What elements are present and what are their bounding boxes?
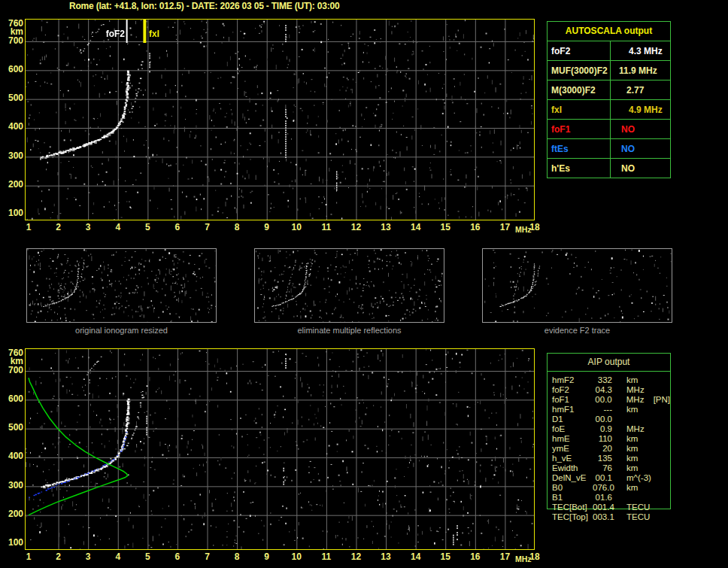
autoscala-row-value: 2.77 xyxy=(611,80,670,99)
aip-row-label: h_vE xyxy=(552,454,593,463)
x-axis-tick: 2 xyxy=(50,222,67,232)
x-axis-tick: 10 xyxy=(288,222,305,232)
aip-row-value: 003.1 xyxy=(593,512,612,522)
x-axis-tick: 16 xyxy=(467,551,484,562)
aip-table-row: hmE110km xyxy=(552,434,670,444)
x-axis-tick: 15 xyxy=(437,551,453,562)
aip-row-label: B0 xyxy=(552,483,593,493)
aip-row-value: 332 xyxy=(593,375,612,385)
aip-row-value: 00.1 xyxy=(593,473,612,483)
aip-row-note: [PN] xyxy=(654,395,670,405)
autoscala-row-value: 4.3 MHz xyxy=(611,41,670,60)
aip-row-label: foE xyxy=(552,424,593,434)
aip-row-unit: MHz xyxy=(626,385,652,395)
x-axis-tick: 17 xyxy=(496,222,513,232)
autoscala-table-row: MUF(3000)F211.9 MHz xyxy=(548,61,670,80)
autoscala-table-row: foF24.3 MHz xyxy=(548,41,670,61)
aip-table-title: AIP output xyxy=(548,354,670,372)
aip-row-label: hmF2 xyxy=(552,375,593,385)
y-axis-tick: 500 xyxy=(1,423,23,432)
x-axis-tick: 6 xyxy=(169,222,186,232)
aip-row-value: --- xyxy=(593,405,612,415)
x-axis-tick: 3 xyxy=(80,551,96,562)
thumbnail-original-ionogram-canvas xyxy=(27,249,216,322)
aip-table-row: TEC[Bot]001.4TECU xyxy=(552,503,670,512)
x-axis-tick: 1 xyxy=(20,551,37,562)
aip-row-value: 0.9 xyxy=(593,424,612,434)
autoscala-row-label: h'Es xyxy=(548,159,611,178)
aip-table-rows: hmF2332kmfoF204.3MHzfoF100.0MHz[PN]hmF1-… xyxy=(548,372,670,522)
aip-row-unit: km xyxy=(626,444,652,454)
autoscala-row-label: foF2 xyxy=(548,41,611,60)
autoscala-table-row: h'EsNO xyxy=(548,159,670,178)
autoscala-row-value: NO xyxy=(611,120,670,138)
x-axis-tick: 16 xyxy=(467,222,484,232)
aip-table-row: hmF1---km xyxy=(552,405,670,415)
autoscala-table-title: AUTOSCALA output xyxy=(548,22,670,41)
x-axis-tick: 11 xyxy=(318,222,335,232)
foF2-marker-label: foF2 xyxy=(98,29,125,39)
y-axis-tick: 500 xyxy=(1,93,23,102)
autoscala-table-rows: foF24.3 MHzMUF(3000)F211.9 MHzM(3000)F22… xyxy=(548,41,670,178)
x-axis-tick: 13 xyxy=(378,222,394,232)
x-axis-tick: 3 xyxy=(80,222,96,232)
aip-row-label: foF1 xyxy=(552,395,593,405)
aip-row-unit: TECU xyxy=(626,503,652,512)
y-axis-tick: 600 xyxy=(1,65,23,74)
x-axis-tick: 13 xyxy=(378,551,394,562)
aip-table-row: Ewidth76km xyxy=(552,463,670,473)
x-axis-tick: 9 xyxy=(259,222,275,232)
x-axis-tick: 14 xyxy=(408,551,424,562)
y-axis-unit-label: km xyxy=(1,27,23,36)
aip-row-unit: km xyxy=(626,405,652,415)
aip-row-value: 00.0 xyxy=(593,395,612,405)
aip-row-unit: km xyxy=(626,463,652,473)
autoscala-table-row: M(3000)F22.77 xyxy=(548,80,670,100)
thumbnail-eliminate-reflections xyxy=(254,248,444,323)
aip-row-value: 04.3 xyxy=(593,385,612,395)
y-axis-tick: 400 xyxy=(1,122,23,131)
thumbnail-evidence-f2-trace-canvas xyxy=(483,249,672,322)
aip-table-row: h_vE135km xyxy=(552,454,670,463)
autoscala-row-value: NO xyxy=(611,139,670,158)
y-axis-tick: 700 xyxy=(1,366,23,375)
y-axis-tick: 400 xyxy=(1,451,23,460)
aip-row-label: ymE xyxy=(552,444,593,454)
aip-row-unit: km xyxy=(626,434,652,444)
autoscala-table-row: foF1NO xyxy=(548,120,670,139)
aip-row-unit: km xyxy=(626,454,652,463)
y-axis-unit-label: km xyxy=(1,357,23,366)
aip-table-row: foF204.3MHz xyxy=(552,385,670,395)
x-axis-unit-label: MHz xyxy=(515,225,532,234)
thumbnail-caption-evidence-f2: evidence F2 trace xyxy=(482,326,672,335)
x-axis-tick: 10 xyxy=(288,551,305,562)
aip-output-table: AIP output hmF2332kmfoF204.3MHzfoF100.0M… xyxy=(547,353,671,509)
autoscala-row-value: 11.9 MHz xyxy=(611,61,670,80)
aip-row-value: 01.6 xyxy=(593,493,612,503)
profile-ionogram-canvas xyxy=(26,349,534,549)
x-axis-tick: 8 xyxy=(229,551,245,562)
aip-row-label: foF2 xyxy=(552,385,593,395)
thumbnail-caption-eliminate-reflections: eliminate multiple reflections xyxy=(254,326,444,335)
aip-table-row: B101.6 xyxy=(552,493,670,503)
x-axis-tick: 4 xyxy=(110,222,126,232)
aip-row-label: TEC[Top] xyxy=(552,512,593,522)
x-axis-tick: 7 xyxy=(199,551,216,562)
aip-row-unit: km xyxy=(626,483,652,493)
aip-table-row: foF100.0MHz[PN] xyxy=(552,395,670,405)
top-ionogram-frame xyxy=(25,19,535,220)
x-axis-tick: 5 xyxy=(139,222,156,232)
aip-row-unit: km xyxy=(626,375,652,385)
y-axis-tick: 600 xyxy=(1,394,23,403)
x-axis-tick: 15 xyxy=(437,222,453,232)
autoscala-table-row: fxI4.9 MHz xyxy=(548,100,670,120)
aip-row-value: 110 xyxy=(593,434,612,444)
x-axis-tick: 4 xyxy=(110,551,126,562)
autoscala-row-label: ftEs xyxy=(548,139,611,158)
x-axis-tick: 6 xyxy=(169,551,186,562)
autoscala-row-label: M(3000)F2 xyxy=(548,80,611,99)
autoscala-app-screen: Rome (lat: +41.8, lon: 012.5) - DATE: 20… xyxy=(0,0,728,568)
x-axis-tick: 12 xyxy=(347,222,364,232)
aip-row-unit: MHz xyxy=(626,395,652,405)
aip-row-value: 76 xyxy=(593,463,612,473)
